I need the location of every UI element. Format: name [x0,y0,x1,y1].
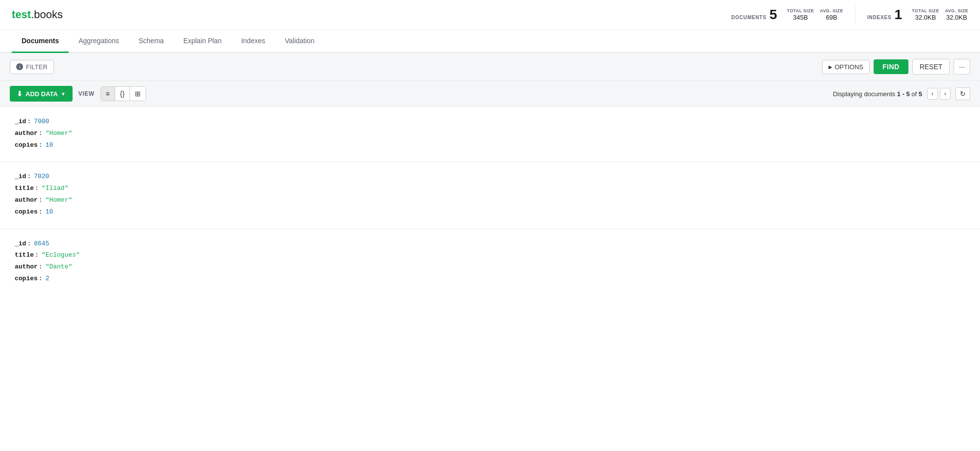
refresh-button[interactable]: ↻ [955,87,970,100]
field-key: copies [15,274,38,284]
field-colon: : [27,239,31,249]
pagination-total: 5 [919,90,922,98]
idx-avg-size-label: AVG. SIZE [945,8,968,14]
pagination-prefix: Displaying documents [833,90,897,98]
field-key: _id [15,172,26,182]
add-data-label: ADD DATA [25,90,58,98]
toolbar-right: Displaying documents 1 - 5 of 5 ‹ › ↻ [833,87,970,100]
field-value: 10 [46,140,53,151]
documents-area: _id : 7000 author : "Homer" copies : 10 … [0,107,980,295]
docs-total-size: TOTAL SIZE 345B [787,8,814,22]
view-label: VIEW [78,90,95,97]
field-colon: : [35,184,39,194]
doc-field: title : "Iliad" [15,184,965,194]
json-view-icon: {} [120,90,125,98]
field-colon: : [39,262,43,272]
doc-field: copies : 10 [15,140,965,151]
docs-sub-stats: TOTAL SIZE 345B AVG. SIZE 69B [787,8,843,22]
tab-documents[interactable]: Documents [12,30,69,53]
field-value: "Homer" [46,195,73,206]
field-key: author [15,129,38,139]
field-colon: : [39,140,43,151]
view-buttons: ≡ {} ⊞ [101,86,147,101]
field-key: author [15,262,38,272]
app-title-suffix: .books [31,8,63,21]
idx-total-size-value: 32.0KB [915,14,936,21]
filter-label: FILTER [26,63,48,71]
more-button[interactable]: ··· [954,59,970,75]
tab-validation[interactable]: Validation [275,30,324,53]
filter-icon: i [16,63,23,70]
idx-avg-size: AVG. SIZE 32.0KB [945,8,968,22]
filter-bar: i FILTER ▶ OPTIONS FIND RESET ··· [0,53,980,81]
prev-page-button[interactable]: ‹ [927,88,938,100]
view-list-button[interactable]: ≡ [101,87,115,101]
pagination-info: Displaying documents 1 - 5 of 5 [833,90,922,98]
field-key: _id [15,239,26,249]
header-stats: DOCUMENTS 5 TOTAL SIZE 345B AVG. SIZE 69… [731,6,968,24]
field-value: 7000 [34,117,49,127]
stat-divider [855,6,855,24]
view-json-button[interactable]: {} [115,87,130,101]
pagination-of: of [910,90,919,98]
list-view-icon: ≡ [106,90,110,98]
document-card: _id : 7020 title : "Iliad" author : "Hom… [0,162,980,229]
field-value: 8645 [34,239,49,249]
page-nav: ‹ › [927,88,951,100]
doc-field: copies : 2 [15,274,965,284]
docs-total-size-label: TOTAL SIZE [787,8,814,14]
field-colon: : [27,117,31,127]
field-colon: : [39,129,43,139]
options-label: OPTIONS [834,63,863,71]
doc-field: author : "Homer" [15,195,965,206]
reset-button[interactable]: RESET [912,59,950,75]
doc-field: author : "Dante" [15,262,965,272]
field-key: copies [15,140,38,151]
next-page-button[interactable]: › [940,88,951,100]
field-key: title [15,184,34,194]
docs-total-size-value: 345B [793,14,808,21]
toolbar-left: ⬇ ADD DATA ▼ VIEW ≡ {} ⊞ [10,86,146,102]
add-data-icon: ⬇ [17,90,23,98]
options-button[interactable]: ▶ OPTIONS [822,60,870,74]
field-value: "Eclogues" [42,250,80,261]
add-data-chevron-icon: ▼ [61,91,66,97]
tab-indexes[interactable]: Indexes [231,30,275,53]
view-table-button[interactable]: ⊞ [130,87,146,101]
app-title-prefix: test [12,8,31,21]
filter-button[interactable]: i FILTER [10,60,54,74]
docs-avg-size-value: 69B [826,14,837,21]
field-value: "Iliad" [42,184,69,194]
field-value: 2 [46,274,50,284]
tab-aggregations[interactable]: Aggregations [69,30,129,53]
field-key: _id [15,117,26,127]
idx-stat-block: INDEXES 1 [867,7,902,23]
top-bar: test.books DOCUMENTS 5 TOTAL SIZE 345B A… [0,0,980,30]
tab-schema[interactable]: Schema [129,30,174,53]
field-value: 7020 [34,172,49,182]
idx-count: 1 [894,7,902,23]
doc-field: _id : 7020 [15,172,965,182]
doc-field: author : "Homer" [15,129,965,139]
doc-field: _id : 8645 [15,239,965,249]
field-colon: : [35,250,39,261]
doc-field: copies : 10 [15,207,965,217]
docs-avg-size-label: AVG. SIZE [820,8,843,14]
tabs-bar: Documents Aggregations Schema Explain Pl… [0,30,980,53]
add-data-button[interactable]: ⬇ ADD DATA ▼ [10,86,73,102]
tab-explain-plan[interactable]: Explain Plan [174,30,231,53]
field-key: copies [15,207,38,217]
docs-avg-size: AVG. SIZE 69B [820,8,843,22]
filter-input[interactable] [58,63,819,71]
doc-field: _id : 7000 [15,117,965,127]
table-view-icon: ⊞ [135,90,141,98]
pagination-range: 1 - 5 [897,90,910,98]
docs-count: 5 [769,7,777,23]
field-colon: : [39,195,43,206]
field-value: "Homer" [46,129,73,139]
field-value: "Dante" [46,262,73,272]
app-title: test.books [12,8,63,21]
idx-label: INDEXES [867,15,892,20]
find-button[interactable]: FIND [874,59,908,74]
field-colon: : [39,274,43,284]
